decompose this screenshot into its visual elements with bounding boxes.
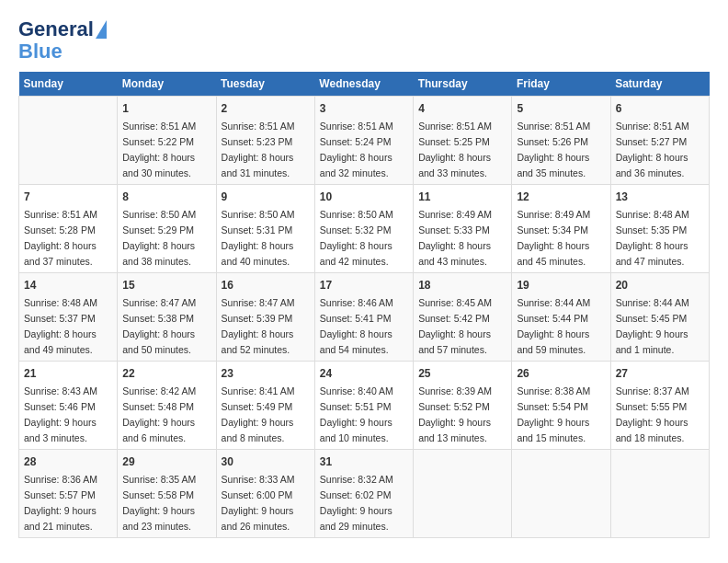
week-row-5: 28Sunrise: 8:36 AMSunset: 5:57 PMDayligh…: [19, 450, 710, 538]
calendar-cell: 12Sunrise: 8:49 AMSunset: 5:34 PMDayligh…: [512, 185, 610, 273]
calendar-cell: 26Sunrise: 8:38 AMSunset: 5:54 PMDayligh…: [512, 362, 610, 450]
day-info: Sunrise: 8:37 AMSunset: 5:55 PMDaylight:…: [616, 385, 689, 442]
calendar-cell: 16Sunrise: 8:47 AMSunset: 5:39 PMDayligh…: [216, 273, 314, 362]
day-number: 5: [517, 100, 605, 117]
calendar-cell: 24Sunrise: 8:40 AMSunset: 5:51 PMDayligh…: [314, 362, 413, 450]
calendar-cell: 28Sunrise: 8:36 AMSunset: 5:57 PMDayligh…: [19, 450, 118, 538]
day-info: Sunrise: 8:45 AMSunset: 5:42 PMDaylight:…: [418, 297, 492, 354]
day-info: Sunrise: 8:50 AMSunset: 5:29 PMDaylight:…: [122, 209, 196, 266]
day-number: 29: [122, 454, 210, 470]
day-info: Sunrise: 8:50 AMSunset: 5:31 PMDaylight:…: [222, 209, 295, 266]
week-row-1: 1Sunrise: 8:51 AMSunset: 5:22 PMDaylight…: [19, 97, 710, 185]
header-wednesday: Wednesday: [314, 72, 413, 97]
week-row-4: 21Sunrise: 8:43 AMSunset: 5:46 PMDayligh…: [19, 362, 710, 450]
logo-text-general: General: [18, 18, 94, 40]
day-number: 24: [320, 365, 408, 382]
calendar-cell: 11Sunrise: 8:49 AMSunset: 5:33 PMDayligh…: [414, 185, 512, 273]
header-friday: Friday: [512, 72, 610, 97]
header-monday: Monday: [118, 72, 216, 97]
day-info: Sunrise: 8:44 AMSunset: 5:44 PMDaylight:…: [517, 297, 590, 354]
day-info: Sunrise: 8:47 AMSunset: 5:38 PMDaylight:…: [122, 297, 196, 354]
calendar-cell: 9Sunrise: 8:50 AMSunset: 5:31 PMDaylight…: [216, 185, 314, 273]
day-info: Sunrise: 8:42 AMSunset: 5:48 PMDaylight:…: [122, 385, 196, 442]
day-number: 11: [418, 189, 506, 205]
day-number: 20: [616, 277, 704, 293]
calendar-cell: 23Sunrise: 8:41 AMSunset: 5:49 PMDayligh…: [216, 362, 314, 450]
calendar-cell: 21Sunrise: 8:43 AMSunset: 5:46 PMDayligh…: [19, 362, 118, 450]
day-info: Sunrise: 8:41 AMSunset: 5:49 PMDaylight:…: [222, 385, 295, 442]
calendar-cell: 31Sunrise: 8:32 AMSunset: 6:02 PMDayligh…: [314, 450, 413, 538]
day-number: 26: [517, 365, 605, 382]
day-info: Sunrise: 8:33 AMSunset: 6:00 PMDaylight:…: [222, 474, 295, 531]
day-number: 1: [122, 100, 210, 117]
calendar-cell: [414, 450, 512, 538]
day-info: Sunrise: 8:40 AMSunset: 5:51 PMDaylight:…: [320, 385, 393, 442]
calendar-cell: 18Sunrise: 8:45 AMSunset: 5:42 PMDayligh…: [414, 273, 512, 362]
day-info: Sunrise: 8:51 AMSunset: 5:23 PMDaylight:…: [222, 121, 295, 178]
day-info: Sunrise: 8:47 AMSunset: 5:39 PMDaylight:…: [222, 297, 295, 354]
day-info: Sunrise: 8:46 AMSunset: 5:41 PMDaylight:…: [320, 297, 393, 354]
calendar-header-row: SundayMondayTuesdayWednesdayThursdayFrid…: [19, 72, 710, 97]
day-number: 22: [122, 365, 210, 382]
day-number: 14: [24, 277, 112, 293]
day-number: 19: [517, 277, 605, 293]
day-number: 6: [616, 100, 704, 117]
day-number: 27: [616, 365, 704, 382]
calendar-cell: 1Sunrise: 8:51 AMSunset: 5:22 PMDaylight…: [118, 97, 216, 185]
day-number: 2: [222, 100, 310, 117]
calendar-cell: [512, 450, 610, 538]
day-info: Sunrise: 8:49 AMSunset: 5:33 PMDaylight:…: [418, 209, 492, 266]
calendar-cell: 14Sunrise: 8:48 AMSunset: 5:37 PMDayligh…: [19, 273, 118, 362]
calendar-cell: 3Sunrise: 8:51 AMSunset: 5:24 PMDaylight…: [314, 97, 413, 185]
calendar-cell: 29Sunrise: 8:35 AMSunset: 5:58 PMDayligh…: [118, 450, 216, 538]
day-number: 13: [616, 189, 704, 205]
day-number: 8: [122, 189, 210, 205]
day-info: Sunrise: 8:51 AMSunset: 5:24 PMDaylight:…: [320, 121, 393, 178]
day-number: 12: [517, 189, 605, 205]
day-number: 21: [24, 365, 112, 382]
day-number: 15: [122, 277, 210, 293]
calendar-cell: 13Sunrise: 8:48 AMSunset: 5:35 PMDayligh…: [610, 185, 709, 273]
logo-text-blue: Blue: [18, 40, 63, 63]
day-number: 28: [24, 454, 112, 470]
calendar-cell: 30Sunrise: 8:33 AMSunset: 6:00 PMDayligh…: [216, 450, 314, 538]
calendar-cell: 7Sunrise: 8:51 AMSunset: 5:28 PMDaylight…: [19, 185, 118, 273]
calendar-cell: 27Sunrise: 8:37 AMSunset: 5:55 PMDayligh…: [610, 362, 709, 450]
day-info: Sunrise: 8:51 AMSunset: 5:25 PMDaylight:…: [418, 121, 492, 178]
day-info: Sunrise: 8:32 AMSunset: 6:02 PMDaylight:…: [320, 474, 393, 531]
calendar-cell: 20Sunrise: 8:44 AMSunset: 5:45 PMDayligh…: [610, 273, 709, 362]
calendar-cell: 19Sunrise: 8:44 AMSunset: 5:44 PMDayligh…: [512, 273, 610, 362]
calendar-cell: 17Sunrise: 8:46 AMSunset: 5:41 PMDayligh…: [314, 273, 413, 362]
calendar-cell: [610, 450, 709, 538]
calendar-cell: 25Sunrise: 8:39 AMSunset: 5:52 PMDayligh…: [414, 362, 512, 450]
header-tuesday: Tuesday: [216, 72, 314, 97]
calendar-cell: 4Sunrise: 8:51 AMSunset: 5:25 PMDaylight…: [414, 97, 512, 185]
day-info: Sunrise: 8:39 AMSunset: 5:52 PMDaylight:…: [418, 385, 492, 442]
day-number: 3: [320, 100, 408, 117]
logo-icon: [96, 20, 107, 39]
header-sunday: Sunday: [19, 72, 118, 97]
calendar-cell: 8Sunrise: 8:50 AMSunset: 5:29 PMDaylight…: [118, 185, 216, 273]
day-number: 4: [418, 100, 506, 117]
day-number: 25: [418, 365, 506, 382]
day-number: 23: [222, 365, 310, 382]
calendar-cell: 10Sunrise: 8:50 AMSunset: 5:32 PMDayligh…: [314, 185, 413, 273]
day-number: 17: [320, 277, 408, 293]
day-info: Sunrise: 8:50 AMSunset: 5:32 PMDaylight:…: [320, 209, 393, 266]
day-info: Sunrise: 8:51 AMSunset: 5:27 PMDaylight:…: [616, 121, 689, 178]
calendar-cell: 6Sunrise: 8:51 AMSunset: 5:27 PMDaylight…: [610, 97, 709, 185]
day-number: 7: [24, 189, 112, 205]
calendar-cell: 2Sunrise: 8:51 AMSunset: 5:23 PMDaylight…: [216, 97, 314, 185]
day-number: 10: [320, 189, 408, 205]
day-number: 9: [222, 189, 310, 205]
day-info: Sunrise: 8:51 AMSunset: 5:26 PMDaylight:…: [517, 121, 590, 178]
day-number: 30: [222, 454, 310, 470]
day-info: Sunrise: 8:44 AMSunset: 5:45 PMDaylight:…: [616, 297, 689, 354]
day-info: Sunrise: 8:48 AMSunset: 5:35 PMDaylight:…: [616, 209, 689, 266]
logo: General Blue: [18, 18, 107, 63]
day-info: Sunrise: 8:49 AMSunset: 5:34 PMDaylight:…: [517, 209, 590, 266]
day-info: Sunrise: 8:51 AMSunset: 5:28 PMDaylight:…: [24, 209, 97, 266]
day-number: 16: [222, 277, 310, 293]
week-row-3: 14Sunrise: 8:48 AMSunset: 5:37 PMDayligh…: [19, 273, 710, 362]
header-thursday: Thursday: [414, 72, 512, 97]
